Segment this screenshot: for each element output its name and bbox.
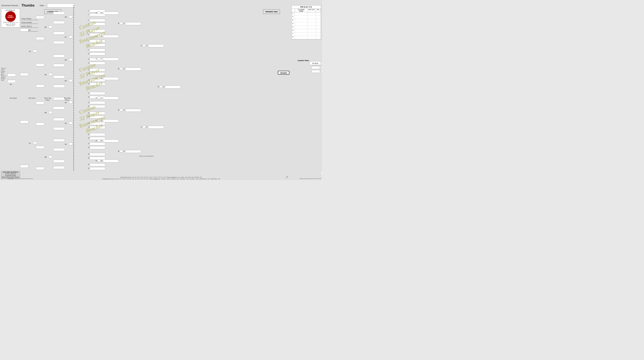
r5-d1-slot1[interactable] — [8, 74, 16, 76]
results-title: RESULTS — [292, 6, 321, 9]
player-29-slot[interactable] — [90, 153, 105, 156]
results-row-4: 4 — [292, 22, 321, 26]
player-9-slot[interactable] — [90, 49, 105, 52]
logo: POOL SHARKS — [5, 11, 16, 22]
results-table: RESULTS PLAYERS NAME PAY OUT Pts. 1 2 3 … — [292, 5, 321, 40]
director-name: Thumbs — [22, 4, 34, 8]
col-num — [292, 9, 295, 12]
player-10-slot[interactable] — [90, 52, 105, 55]
date-input[interactable] — [47, 4, 74, 8]
player-12-slot[interactable] — [90, 62, 105, 65]
website: WWW.JAKDESIGNTOURNEYCHARTS.COM — [300, 178, 321, 179]
losers-bracket-note: Winner of Losers Bracket MUST BEAT Winne… — [1, 68, 8, 81]
3rd-place-label: 3rd Place — [10, 97, 17, 99]
player-17-slot[interactable] — [90, 92, 105, 95]
r4-c1-slot2[interactable] — [20, 165, 28, 168]
table-slot-6[interactable] — [321, 70, 322, 73]
r2-a1-slot2[interactable] — [53, 166, 65, 169]
r2-a8-slot2[interactable] — [53, 21, 65, 24]
r2-a3-slot2[interactable] — [53, 127, 65, 130]
r3-b4-slot1[interactable] — [36, 101, 44, 104]
results-row-3: 3 — [292, 19, 321, 22]
fold-box: FOLD AWAY OR DISPLAY No More Rolled Up T… — [1, 171, 20, 178]
r2-a7-slot2[interactable] — [53, 41, 65, 44]
table-slot-5[interactable] — [312, 70, 320, 73]
r4-c2-slot1[interactable] — [20, 29, 28, 32]
table-slot-3[interactable] — [312, 66, 320, 69]
results-row-1: 1 — [292, 12, 321, 16]
address: 3650 S Decatur Blvd., Las Vegas, NV 8910… — [1, 22, 20, 27]
r2-a6-slot2[interactable] — [53, 64, 65, 67]
table-slot-2[interactable] — [321, 62, 322, 65]
player-21-slot[interactable] — [90, 112, 105, 115]
player-23-slot[interactable] — [90, 122, 105, 125]
player-8-slot[interactable] — [90, 44, 105, 47]
player-22-slot[interactable] — [90, 116, 105, 118]
r3-b1-slot2[interactable] — [36, 85, 44, 87]
player-13-slot[interactable] — [90, 68, 105, 71]
player-27-slot[interactable] — [90, 142, 105, 145]
entry-fees-row: ENTRY FEES $ — [21, 26, 38, 28]
7th-8th-place-label: 7th & 8thPlace — [64, 97, 70, 101]
col-payout: PAY OUT — [308, 9, 316, 12]
results-row-7: 7 — [292, 33, 321, 36]
table-slot-4[interactable] — [321, 66, 322, 69]
r2-a8-slot1[interactable] — [53, 12, 65, 15]
hex-6[interactable] — [321, 179, 322, 180]
director-label: Tournament Director : — [1, 5, 20, 7]
player-16-slot[interactable] — [90, 83, 105, 86]
available-tables-label: Available Tables — [298, 59, 309, 62]
hex-1[interactable] — [321, 171, 322, 175]
results-row-8: 8 — [292, 36, 321, 39]
results-row-2: 2 — [292, 16, 321, 19]
r2-a2-slot2[interactable] — [53, 148, 65, 151]
r5-d1-slot2[interactable] — [8, 80, 16, 83]
player-19-slot[interactable] — [90, 101, 105, 104]
player-7-slot[interactable] — [90, 40, 105, 43]
player-3-slot[interactable] — [90, 19, 105, 22]
r2-a5-slot1[interactable] — [53, 75, 65, 78]
total-prizes-row: TOTAL PRIZES — [21, 18, 38, 20]
col-pts: Pts. — [316, 9, 321, 12]
player-24-slot[interactable] — [90, 126, 105, 129]
r3-b4-slot2[interactable] — [36, 122, 44, 125]
player-25-slot[interactable] — [90, 133, 105, 136]
r2-a2-slot1[interactable] — [53, 139, 65, 142]
r3-b1-slot1[interactable] — [36, 63, 44, 66]
player-32-slot[interactable] — [90, 167, 105, 170]
results-columns: PLAYERS NAME PAY OUT Pts. — [292, 9, 321, 12]
r3-b2-slot1[interactable] — [36, 16, 44, 19]
winners-side-button[interactable]: WINNERS SIDE — [263, 9, 280, 14]
col-name: PLAYERS NAME — [295, 9, 308, 12]
player-14-slot[interactable] — [90, 72, 105, 75]
house-added-row: HOUSE ADDED — [21, 22, 38, 24]
r2-a7-slot1[interactable] — [53, 32, 65, 35]
r3-b3-slot2[interactable] — [36, 167, 44, 170]
results-row-5: 5 — [292, 26, 321, 29]
winner-box: WINNER — [278, 71, 290, 75]
player-31-slot[interactable] — [90, 163, 105, 166]
player-4-slot[interactable] — [90, 23, 105, 26]
r2-a4-slot1[interactable] — [53, 97, 65, 100]
r4-c1-slot1[interactable] — [20, 120, 28, 123]
r4-c2-slot2[interactable] — [20, 73, 28, 76]
winner-losers-label: Winner of Losers Bracket — [139, 155, 153, 157]
r2-a5-slot2[interactable] — [53, 85, 65, 88]
bottom-note-right: 32 Players Bye Format : 32 * 16 * 24 * 8… — [63, 178, 259, 179]
results-row-6: 6 — [292, 29, 321, 33]
main-container: Tournament Director : Thumbs Date : FORM… — [0, 0, 322, 180]
bottom-note-left: 8 Players Bye Format : 32 * 16 * 24 * 8 … — [63, 176, 259, 178]
r3-b3-slot1[interactable] — [36, 146, 44, 149]
player-28-slot[interactable] — [90, 146, 105, 149]
r2-a3-slot1[interactable] — [53, 118, 65, 121]
r3-b2-slot2[interactable] — [36, 37, 44, 40]
r2-a1-slot1[interactable] — [53, 160, 65, 163]
r2-a6-slot1[interactable] — [53, 55, 65, 58]
on-deck-box[interactable]: On Deck — [310, 61, 321, 65]
format-label: FORMAT — [6, 9, 16, 11]
date-label: Date : — [40, 5, 45, 7]
player-5-slot[interactable] — [90, 29, 105, 32]
5th-6th-place-label: 5th & 6thPlace — [44, 97, 51, 101]
player-20-slot[interactable] — [90, 105, 105, 108]
r2-a4-slot2[interactable] — [53, 106, 65, 109]
